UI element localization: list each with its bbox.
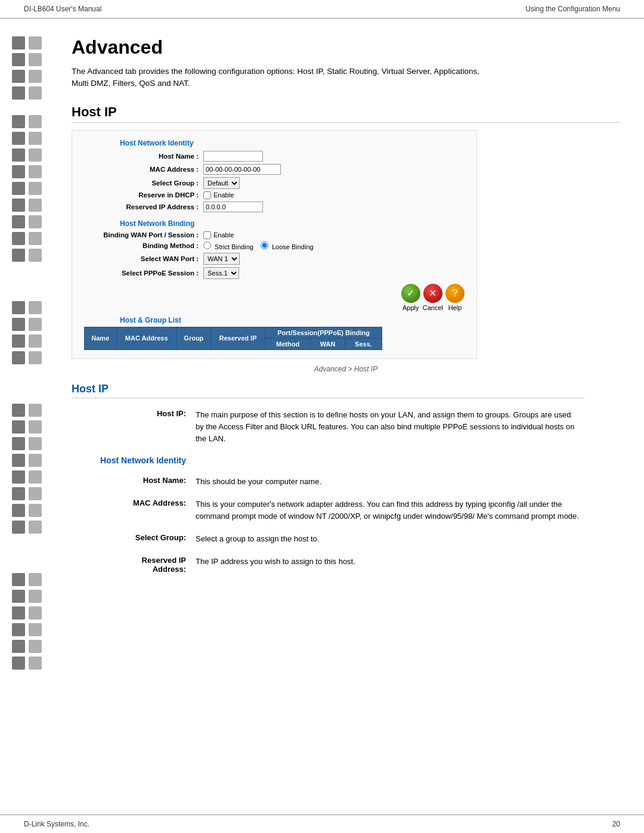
page-footer: D-Link Systems, Inc. 20: [0, 815, 644, 833]
table-section-title: Host & Group List: [84, 316, 465, 324]
desc-text-mac: This is your computer's network adapter …: [191, 495, 584, 529]
binding-wan-row: Binding WAN Port / Session : Enable: [84, 231, 465, 239]
col-mac: MAC Address: [116, 327, 177, 349]
desc-row-network-identity: Host Network Identity: [72, 452, 584, 472]
cancel-button[interactable]: ✕ Cancel: [423, 284, 443, 311]
apply-button[interactable]: ✓ Apply: [401, 284, 420, 311]
reserve-dhcp-label: Reserve in DHCP :: [84, 191, 203, 199]
binding-wan-checkbox[interactable]: [203, 231, 211, 239]
select-group-row: Select Group : Default: [84, 177, 465, 189]
select-wan-row: Select WAN Port : WAN 1: [84, 253, 465, 265]
select-pppoe-row: Select PPPoE Session : Sess.1: [84, 267, 465, 279]
host-ip-section-title: Host IP: [72, 104, 620, 123]
col-name: Name: [85, 327, 117, 349]
footer-right: 20: [612, 820, 620, 828]
select-group-label: Select Group :: [84, 179, 203, 187]
loose-binding-radio[interactable]: [261, 241, 268, 249]
binding-wan-enable-text: Enable: [213, 231, 234, 239]
select-group-dropdown[interactable]: Default: [203, 177, 240, 189]
col-reserved-ip: Reserved IP: [210, 327, 265, 349]
desc-text-select-group: Select a group to assign the host to.: [191, 529, 584, 552]
loose-binding-label[interactable]: Loose Binding: [261, 241, 314, 250]
col-binding: Port/Session(PPPoE) Binding: [265, 327, 382, 338]
host-name-row: Host Name :: [84, 151, 465, 162]
desc-section-title: Host IP: [72, 383, 584, 398]
reserved-ip-input[interactable]: [203, 202, 263, 212]
intro-text: The Advanced tab provides the following …: [72, 66, 489, 90]
apply-icon[interactable]: ✓: [401, 284, 420, 303]
select-pppoe-dropdown[interactable]: Sess.1: [203, 267, 239, 279]
desc-row-mac: MAC Address: This is your computer's net…: [72, 495, 584, 529]
binding-method-label: Binding Method :: [84, 242, 203, 249]
header-left: DI-LB604 User's Manual: [24, 5, 101, 13]
footer-left: D-Link Systems, Inc.: [24, 820, 89, 828]
desc-row-reserved-ip: Reserved IPAddress: The IP address you w…: [72, 552, 584, 581]
col-wan: WAN: [311, 338, 345, 349]
desc-label-mac: MAC Address:: [72, 495, 191, 529]
action-buttons: ✓ Apply ✕ Cancel ? Help: [84, 284, 465, 311]
network-identity-label: Host Network Identity: [84, 139, 465, 147]
reserved-ip-row: Reserved IP Address :: [84, 202, 465, 212]
desc-label-host-name: Host Name:: [72, 472, 191, 495]
desc-label-network-identity: Host Network Identity: [72, 452, 191, 472]
desc-text-reserved-ip: The IP address you wish to assign to thi…: [191, 552, 584, 581]
desc-text-host-ip: The main purpose of this section is to d…: [191, 405, 584, 452]
desc-label-reserved-ip: Reserved IPAddress:: [72, 552, 191, 581]
help-button[interactable]: ? Help: [445, 284, 465, 311]
strict-binding-radio[interactable]: [203, 241, 211, 249]
page-title: Advanced: [72, 36, 620, 58]
reserve-dhcp-checkbox[interactable]: [203, 191, 211, 199]
main-content: Advanced The Advanced tab provides the f…: [66, 24, 644, 673]
desc-text-network-identity: [191, 452, 584, 472]
desc-row-host-ip: Host IP: The main purpose of this sectio…: [72, 405, 584, 452]
desc-label-host-ip: Host IP:: [72, 405, 191, 452]
col-group: Group: [177, 327, 210, 349]
strict-binding-label[interactable]: Strict Binding: [203, 241, 253, 250]
col-method: Method: [265, 338, 311, 349]
host-group-table: Name MAC Address Group Reserved IP Port/…: [84, 327, 382, 350]
mac-address-input[interactable]: [203, 164, 281, 175]
caption: Advanced > Host IP: [72, 365, 620, 373]
sidebar-decorations: [0, 24, 66, 673]
description-table: Host IP: The main purpose of this sectio…: [72, 405, 584, 581]
mac-address-label: MAC Address :: [84, 166, 203, 173]
desc-label-select-group: Select Group:: [72, 529, 191, 552]
help-label: Help: [448, 304, 462, 311]
host-ip-form: Host Network Identity Host Name : MAC Ad…: [72, 130, 477, 359]
binding-method-row: Binding Method : Strict Binding Loose Bi…: [84, 241, 465, 250]
mac-address-row: MAC Address :: [84, 164, 465, 175]
select-pppoe-label: Select PPPoE Session :: [84, 270, 203, 277]
cancel-icon[interactable]: ✕: [423, 284, 442, 303]
binding-method-group: Strict Binding Loose Binding: [203, 241, 314, 250]
cancel-label: Cancel: [423, 304, 443, 311]
network-binding-label: Host Network Binding: [84, 219, 465, 228]
reserved-ip-label: Reserved IP Address :: [84, 203, 203, 210]
desc-row-host-name: Host Name: This should be your computer …: [72, 472, 584, 495]
host-name-input[interactable]: [203, 151, 263, 162]
help-icon[interactable]: ?: [445, 284, 465, 303]
page-header: DI-LB604 User's Manual Using the Configu…: [0, 0, 644, 18]
binding-wan-label: Binding WAN Port / Session :: [84, 231, 203, 239]
col-sess: Sess.: [345, 338, 382, 349]
reserve-dhcp-enable-text: Enable: [213, 191, 234, 199]
description-section: Host IP Host IP: The main purpose of thi…: [72, 383, 584, 581]
select-wan-dropdown[interactable]: WAN 1: [203, 253, 240, 265]
desc-row-select-group: Select Group: Select a group to assign t…: [72, 529, 584, 552]
header-right: Using the Configuration Menu: [525, 5, 620, 13]
select-wan-label: Select WAN Port :: [84, 255, 203, 262]
reserve-dhcp-row: Reserve in DHCP : Enable: [84, 191, 465, 199]
apply-label: Apply: [402, 304, 419, 311]
desc-text-host-name: This should be your computer name.: [191, 472, 584, 495]
host-name-label: Host Name :: [84, 153, 203, 160]
